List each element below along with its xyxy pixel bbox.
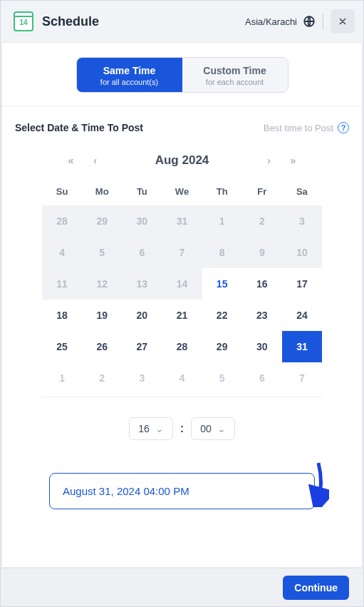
- time-colon: :: [180, 422, 184, 435]
- calendar-day[interactable]: 29: [202, 331, 242, 362]
- calendar-day: 4: [162, 362, 202, 394]
- calendar-day: 14: [162, 268, 202, 300]
- calendar-day[interactable]: 27: [122, 331, 162, 362]
- calendar-day[interactable]: 30: [242, 331, 282, 362]
- chevron-down-icon: ⌄: [217, 423, 226, 434]
- minute-value: 00: [200, 423, 212, 434]
- day-of-week-header: We: [162, 180, 202, 205]
- day-of-week-header: Th: [202, 180, 242, 205]
- day-of-week-header: Fr: [242, 180, 282, 205]
- calendar-day: 6: [242, 362, 282, 394]
- month-year-label: Aug 2024: [111, 153, 254, 168]
- calendar-day: 11: [42, 268, 82, 300]
- calendar-day: 3: [122, 362, 162, 394]
- calendar-day: 1: [42, 362, 82, 394]
- tab-same-time-title: Same Time: [77, 65, 182, 76]
- next-year-button[interactable]: »: [285, 155, 302, 166]
- calendar-day: 29: [82, 205, 122, 237]
- calendar-day[interactable]: 23: [242, 300, 282, 331]
- hour-select[interactable]: 16 ⌄: [129, 417, 173, 440]
- tab-custom-time-sub: for each account: [182, 78, 288, 86]
- best-time-link[interactable]: Best time to Post ?: [264, 122, 349, 133]
- calendar-day[interactable]: 16: [242, 268, 282, 300]
- calendar-day: 30: [122, 205, 162, 237]
- timezone-label[interactable]: Asia/Karachi: [245, 16, 297, 27]
- calendar-day: 9: [242, 237, 282, 268]
- header: 14 Schedule Asia/Karachi: [1, 1, 363, 42]
- continue-button[interactable]: Continue: [283, 576, 349, 600]
- day-of-week-header: Mo: [82, 180, 122, 205]
- calendar-day: 5: [202, 362, 242, 394]
- page-title: Schedule: [42, 14, 245, 29]
- calendar-icon: 14: [14, 11, 33, 31]
- divider: [323, 14, 323, 29]
- close-button[interactable]: [331, 9, 355, 34]
- calendar-day[interactable]: 22: [202, 300, 242, 331]
- arrow-annotation-icon: [308, 461, 329, 510]
- section-title: Select Date & Time To Post: [15, 122, 143, 133]
- calendar-day: 8: [202, 237, 242, 268]
- globe-icon[interactable]: [303, 15, 316, 28]
- calendar-day[interactable]: 20: [122, 300, 162, 331]
- day-of-week-header: Sa: [282, 180, 322, 205]
- calendar-day[interactable]: 26: [82, 331, 122, 362]
- tab-custom-time[interactable]: Custom Time for each account: [182, 58, 288, 92]
- next-month-button[interactable]: ›: [261, 155, 278, 166]
- prev-month-button[interactable]: ‹: [87, 155, 104, 166]
- calendar-day: 1: [202, 205, 242, 237]
- chevron-down-icon: ⌄: [155, 423, 164, 434]
- calendar-day[interactable]: 15: [202, 268, 242, 300]
- calendar-day[interactable]: 31: [282, 331, 322, 362]
- day-of-week-header: Tu: [122, 180, 162, 205]
- calendar-day: 31: [162, 205, 202, 237]
- tab-custom-time-title: Custom Time: [182, 65, 288, 76]
- calendar-day[interactable]: 18: [42, 300, 82, 331]
- tab-same-time[interactable]: Same Time for all account(s): [77, 58, 182, 92]
- calendar-day: 28: [42, 205, 82, 237]
- calendar-day: 4: [42, 237, 82, 268]
- minute-select[interactable]: 00 ⌄: [191, 417, 235, 440]
- calendar-day: 5: [82, 237, 122, 268]
- body: Same Time for all account(s) Custom Time…: [1, 42, 363, 568]
- selected-datetime-display: August 31, 2024 04:00 PM: [49, 473, 315, 509]
- calendar-day: 12: [82, 268, 122, 300]
- day-of-week-header: Su: [42, 180, 82, 205]
- calendar-day[interactable]: 21: [162, 300, 202, 331]
- divider: [42, 397, 322, 397]
- hour-value: 16: [138, 423, 150, 434]
- calendar-day[interactable]: 25: [42, 331, 82, 362]
- calendar-day: 7: [282, 362, 322, 394]
- calendar-day[interactable]: 19: [82, 300, 122, 331]
- calendar-day[interactable]: 17: [282, 268, 322, 300]
- prev-year-button[interactable]: «: [63, 155, 80, 166]
- tab-same-time-sub: for all account(s): [77, 78, 182, 86]
- calendar-day[interactable]: 24: [282, 300, 322, 331]
- calendar-day: 3: [282, 205, 322, 237]
- time-mode-toggle: Same Time for all account(s) Custom Time…: [2, 43, 362, 106]
- best-time-label: Best time to Post: [264, 123, 333, 133]
- calendar-icon-day: 14: [15, 19, 32, 26]
- calendar-day: 13: [122, 268, 162, 300]
- calendar-day: 6: [122, 237, 162, 268]
- calendar-day: 7: [162, 237, 202, 268]
- footer: Continue: [1, 568, 363, 606]
- calendar-day[interactable]: 28: [162, 331, 202, 362]
- calendar-day: 10: [282, 237, 322, 268]
- calendar-day: 2: [82, 362, 122, 394]
- help-icon[interactable]: ?: [338, 122, 349, 133]
- calendar-day: 2: [242, 205, 282, 237]
